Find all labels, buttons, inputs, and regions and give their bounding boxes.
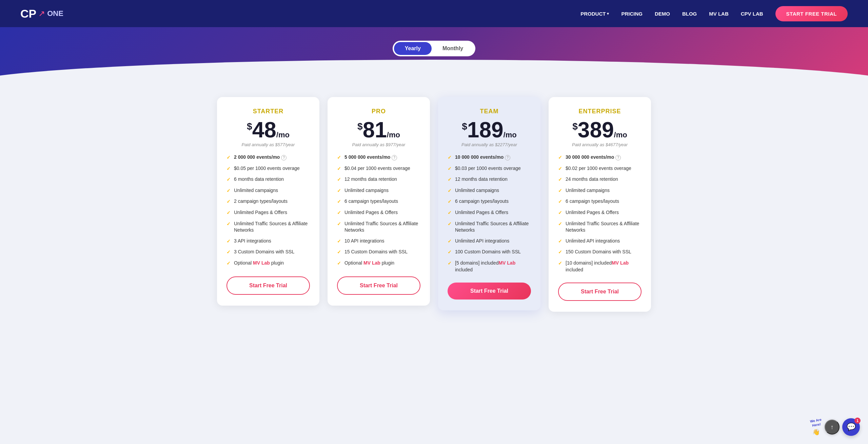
tooltip-icon-team-0[interactable]: ? — [505, 155, 510, 160]
feature-text-starter-3: Unlimited campaigns — [234, 187, 278, 194]
check-icon: ✓ — [337, 260, 341, 267]
price-mo-pro: /mo — [387, 131, 400, 139]
nav-links: PRODUCT ▾ PRICING DEMO BLOG MV LAB CPV L… — [580, 6, 848, 21]
logo[interactable]: CP ↗ ONE — [20, 7, 63, 20]
check-icon: ✓ — [558, 249, 562, 256]
logo-arrow-icon: ↗ — [38, 9, 45, 18]
check-icon: ✓ — [337, 166, 341, 172]
nav-demo[interactable]: DEMO — [655, 11, 670, 17]
check-icon: ✓ — [448, 154, 452, 161]
check-icon: ✓ — [558, 198, 562, 205]
feature-text-starter-9: Optional MV Lab plugin — [234, 260, 284, 267]
monthly-toggle-button[interactable]: Monthly — [432, 42, 474, 55]
plan-name-starter: STARTER — [226, 108, 310, 115]
feature-text-enterprise-3: Unlimited campaigns — [566, 187, 610, 194]
nav-mvlab[interactable]: MV LAB — [709, 11, 729, 17]
list-item: ✓Unlimited Traffic Sources & Affiliate N… — [448, 220, 531, 234]
cta-button-enterprise[interactable]: Start Free Trial — [558, 283, 642, 301]
plan-card-starter: STARTER$48/moPaid annually as $577/year✓… — [217, 97, 319, 306]
price-mo-team: /mo — [504, 131, 517, 139]
feature-text-pro-6: Unlimited Traffic Sources & Affiliate Ne… — [344, 220, 420, 234]
check-icon: ✓ — [448, 166, 452, 172]
feature-link-starter-9[interactable]: MV Lab — [253, 260, 270, 266]
check-icon: ✓ — [226, 166, 231, 172]
list-item: ✓12 months data retention — [337, 176, 420, 183]
check-icon: ✓ — [337, 154, 341, 161]
price-amount-enterprise: 389 — [578, 118, 614, 142]
tooltip-icon-pro-0[interactable]: ? — [392, 155, 397, 160]
nav-blog[interactable]: BLOG — [682, 11, 697, 17]
feature-text-team-2: 12 months data retention — [455, 176, 508, 183]
list-item: ✓24 months data retention — [558, 176, 642, 183]
feature-text-team-7: Unlimited API integrations — [455, 238, 509, 245]
plan-annual-starter: Paid annually as $577/year — [226, 142, 310, 147]
list-item: ✓15 Custom Domains with SSL — [337, 249, 420, 256]
nav-cpvlab[interactable]: CPV LAB — [741, 11, 763, 17]
list-item: ✓6 months data retention — [226, 176, 310, 183]
pricing-section: STARTER$48/moPaid annually as $577/year✓… — [197, 77, 671, 339]
feature-text-starter-1: $0.05 per 1000 events overage — [234, 165, 300, 172]
list-item: ✓$0.02 per 1000 events overage — [558, 165, 642, 172]
check-icon: ✓ — [337, 238, 341, 245]
check-icon: ✓ — [337, 176, 341, 183]
feature-text-pro-0: 5 000 000 events/mo? — [344, 154, 397, 161]
check-icon: ✓ — [337, 198, 341, 205]
price-dollar-pro: $ — [357, 121, 363, 132]
plan-price-starter: $48/mo — [226, 119, 310, 141]
feature-text-starter-8: 3 Custom Domains with SSL — [234, 249, 294, 255]
feature-text-team-8: 100 Custom Domains with SSL — [455, 249, 521, 255]
price-dollar-enterprise: $ — [572, 121, 578, 132]
nav-start-free-trial-button[interactable]: START FREE TRIAL — [775, 6, 848, 21]
feature-text-starter-5: Unlimited Pages & Offers — [234, 209, 287, 216]
check-icon: ✓ — [226, 221, 231, 228]
check-icon: ✓ — [337, 221, 341, 228]
check-icon: ✓ — [448, 198, 452, 205]
feature-text-enterprise-7: Unlimited API integrations — [566, 238, 620, 245]
check-icon: ✓ — [448, 249, 452, 256]
feature-text-pro-9: Optional MV Lab plugin — [344, 260, 394, 267]
feature-link-team-9[interactable]: MV Lab — [498, 260, 515, 266]
plan-price-pro: $81/mo — [337, 119, 420, 141]
feature-text-team-4: 6 campaign types/layouts — [455, 198, 509, 205]
check-icon: ✓ — [448, 221, 452, 228]
list-item: ✓Unlimited API integrations — [558, 238, 642, 245]
feature-text-starter-4: 2 campaign types/layouts — [234, 198, 288, 205]
list-item: ✓$0.04 per 1000 events overage — [337, 165, 420, 172]
list-item: ✓30 000 000 events/mo? — [558, 154, 642, 161]
cta-button-team[interactable]: Start Free Trial — [448, 283, 531, 300]
plan-annual-enterprise: Paid annually as $4677/year — [558, 142, 642, 147]
chevron-down-icon: ▾ — [607, 12, 609, 16]
check-icon: ✓ — [226, 154, 231, 161]
cta-button-pro[interactable]: Start Free Trial — [337, 276, 420, 295]
list-item: ✓Optional MV Lab plugin — [226, 260, 310, 267]
check-icon: ✓ — [226, 188, 231, 194]
nav-product[interactable]: PRODUCT ▾ — [580, 11, 609, 17]
feature-link-enterprise-9[interactable]: MV Lab — [612, 260, 629, 266]
list-item: ✓$0.05 per 1000 events overage — [226, 165, 310, 172]
feature-link-pro-9[interactable]: MV Lab — [363, 260, 380, 266]
check-icon: ✓ — [448, 238, 452, 245]
check-icon: ✓ — [558, 166, 562, 172]
list-item: ✓150 Custom Domains with SSL — [558, 249, 642, 256]
check-icon: ✓ — [226, 210, 231, 216]
logo-one-text: ONE — [47, 9, 63, 18]
tooltip-icon-starter-0[interactable]: ? — [281, 155, 287, 160]
list-item: ✓10 API integrations — [337, 238, 420, 245]
nav-pricing[interactable]: PRICING — [621, 11, 643, 17]
check-icon: ✓ — [558, 154, 562, 161]
feature-text-pro-8: 15 Custom Domains with SSL — [344, 249, 408, 255]
yearly-toggle-button[interactable]: Yearly — [394, 42, 432, 55]
check-icon: ✓ — [448, 210, 452, 216]
feature-text-starter-2: 6 months data retention — [234, 176, 284, 183]
price-amount-starter: 48 — [252, 118, 276, 142]
plan-name-pro: PRO — [337, 108, 420, 115]
feature-text-enterprise-2: 24 months data retention — [566, 176, 618, 183]
check-icon: ✓ — [558, 238, 562, 245]
feature-text-team-9: [5 domains] includedMV Lab included — [455, 260, 531, 273]
list-item: ✓2 campaign types/layouts — [226, 198, 310, 205]
cta-button-starter[interactable]: Start Free Trial — [226, 276, 310, 295]
list-item: ✓Unlimited Pages & Offers — [448, 209, 531, 216]
feature-text-team-0: 10 000 000 events/mo? — [455, 154, 510, 161]
tooltip-icon-enterprise-0[interactable]: ? — [615, 155, 621, 160]
feature-text-enterprise-8: 150 Custom Domains with SSL — [566, 249, 631, 255]
